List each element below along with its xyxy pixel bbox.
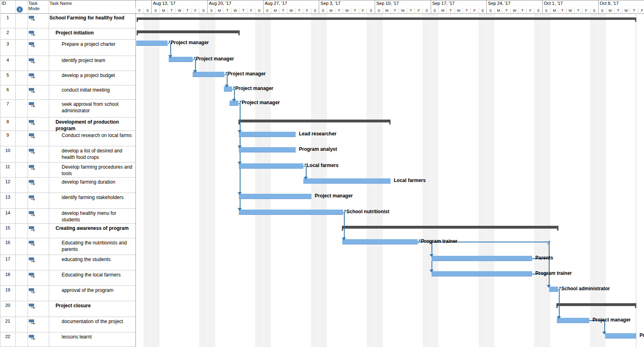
row-id[interactable]: 18 [0,270,15,277]
week-label[interactable]: Sep 10, '17 [375,0,431,13]
row-id[interactable]: 10 [0,146,15,153]
task-mode-icon[interactable] [28,58,36,65]
row-id[interactable]: 22 [0,332,15,339]
gantt-summary-bar[interactable] [556,303,636,306]
task-mode-icon[interactable] [28,148,36,156]
task-name[interactable]: educating the students [62,255,134,263]
row-id[interactable]: 21 [0,317,15,323]
week-label[interactable]: Oct 8, '17 [598,0,644,13]
task-mode-icon[interactable] [28,240,36,248]
task-mode-icon[interactable] [28,180,36,187]
task-mode-icon[interactable] [28,15,36,23]
task-name[interactable]: approval of the program [62,286,134,293]
column-header-task-mode[interactable]: Task Mode [27,0,49,11]
task-name[interactable]: develop a project budget [62,71,134,79]
task-name[interactable]: documentation of the project [62,317,134,325]
row-id[interactable]: 12 [0,178,15,184]
row-id[interactable]: 2 [0,28,15,35]
task-name[interactable]: lessons learnt [62,332,134,340]
week-label[interactable]: Aug 27, '17 [263,0,319,13]
task-mode-icon[interactable] [28,88,36,95]
task-mode-icon[interactable] [28,73,36,80]
gantt-task-bar[interactable] [239,132,296,137]
row-id[interactable]: 15 [0,224,15,230]
week-label[interactable]: Aug 13, '17 [151,0,207,13]
week-label[interactable]: Oct 1, '17 [542,0,598,13]
task-mode-icon[interactable] [28,272,36,280]
row-id[interactable]: 19 [0,286,15,292]
task-name[interactable]: School Farming for healthy food [49,13,134,21]
task-mode-icon[interactable] [28,319,36,326]
row-id[interactable]: 7 [0,100,15,106]
column-header-id[interactable]: ID [0,0,17,6]
task-name[interactable]: develop a list of desired and health foo… [62,146,134,161]
task-mode-icon[interactable] [28,303,36,311]
gantt-task-bar[interactable] [239,147,296,152]
gantt-summary-bar[interactable] [137,17,636,20]
task-mode-icon[interactable] [28,30,36,38]
row-id[interactable]: 17 [0,255,15,261]
row-id[interactable]: 1 [0,13,15,20]
row-id[interactable]: 9 [0,131,15,137]
row-id[interactable]: 16 [0,238,15,245]
row-id[interactable]: 8 [0,118,15,124]
task-mode-icon[interactable] [28,226,36,233]
task-mode-icon[interactable] [28,257,36,264]
week-label[interactable]: Aug 20, '17 [207,0,263,13]
task-mode-icon[interactable] [28,165,36,172]
row-id[interactable]: 3 [0,40,15,46]
column-header-task-name[interactable]: Task Name [48,0,136,6]
row-id[interactable]: 14 [0,209,15,215]
gantt-task-bar[interactable] [431,256,532,261]
row-id[interactable]: 13 [0,193,15,199]
gantt-task-bar[interactable] [605,333,636,338]
task-name[interactable]: Prepare a project charter [62,40,134,47]
info-icon[interactable]: i [17,6,23,13]
row-id[interactable]: 20 [0,301,15,308]
gantt-summary-bar[interactable] [238,120,391,122]
gantt-task-bar[interactable] [557,318,589,323]
task-mode-icon[interactable] [28,102,36,109]
task-name[interactable]: Educating the nutritionists and parents [62,238,134,253]
gantt-task-bar[interactable] [303,178,391,184]
task-name[interactable]: Creating awareness of program [56,224,134,231]
task-mode-icon[interactable] [28,195,36,202]
row-id[interactable]: 6 [0,86,15,92]
gantt-task-bar[interactable] [239,210,343,215]
row-id[interactable]: 5 [0,71,15,77]
task-name[interactable]: conduct initial meeting [62,86,134,93]
gantt-task-bar[interactable] [136,41,167,46]
task-mode-icon[interactable] [28,288,36,295]
task-name[interactable]: Conduct research on local farms [62,131,134,139]
task-name[interactable]: identify farming stakeholders [62,193,134,201]
gantt-summary-bar[interactable] [342,226,558,229]
week-label[interactable]: Sep 17, '17 [431,0,487,13]
task-mode-icon[interactable] [28,133,36,140]
day-cell[interactable]: F [135,8,144,13]
task-mode-icon[interactable] [28,120,36,127]
bar-resource-label: School administrator [561,286,610,292]
row-id[interactable]: 4 [0,56,15,62]
gantt-summary-bar[interactable] [137,30,240,33]
task-mode-icon[interactable] [28,42,36,49]
week-label[interactable]: Sep 3, '17 [319,0,375,13]
task-mode-icon[interactable] [28,334,36,342]
task-name[interactable]: seek approval from school administrator [62,100,134,114]
task-name[interactable]: identify project team [62,56,134,64]
task-name[interactable]: develop farming duration [62,178,134,185]
day-cell[interactable]: S [144,8,152,13]
task-name[interactable]: Project closure [56,301,134,309]
gantt-task-bar[interactable] [239,194,311,199]
gantt-task-bar[interactable] [193,72,224,77]
task-name[interactable]: develop healthy menu for students [62,209,134,223]
task-name[interactable]: Development of production program [56,118,134,132]
gantt-task-bar[interactable] [342,239,418,244]
row-id[interactable]: 11 [0,163,15,169]
task-mode-icon[interactable] [28,211,36,218]
task-name[interactable]: Develop farming procedures and tools [62,163,134,177]
week-label[interactable]: Sep 24, '17 [486,0,542,13]
task-name[interactable]: Educating the local farmers [62,270,134,278]
gantt-task-bar[interactable] [431,271,532,276]
gantt-task-bar[interactable] [239,163,303,169]
task-name[interactable]: Project initiation [56,28,134,36]
